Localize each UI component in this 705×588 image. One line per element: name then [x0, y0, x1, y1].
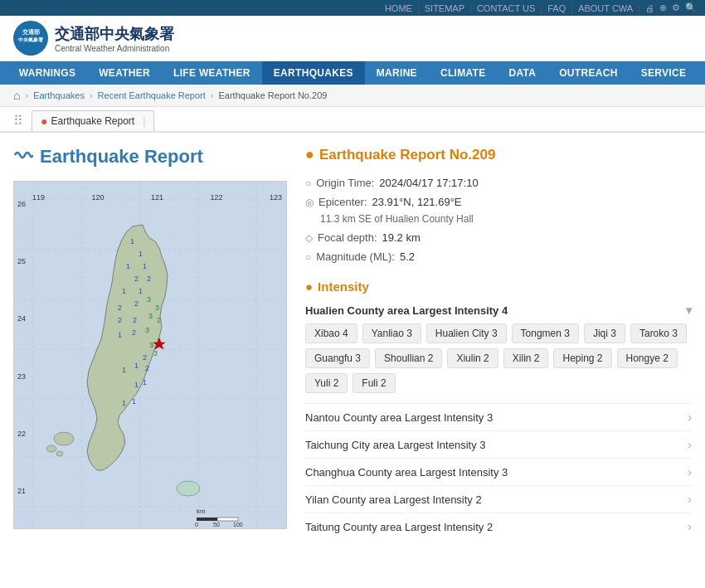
- nav-warnings[interactable]: WARNINGS: [7, 61, 87, 85]
- intensity-area-5[interactable]: Taitung County area Largest Intensity 2 …: [305, 513, 692, 540]
- nav-outreach[interactable]: OUTREACH: [547, 61, 629, 85]
- tag-taroko: Taroko 3: [630, 323, 687, 343]
- svg-text:1: 1: [134, 381, 139, 389]
- svg-text:3: 3: [148, 312, 153, 320]
- intensity-area-3[interactable]: Changhua County area Largest Intensity 3…: [305, 458, 692, 485]
- share-icon[interactable]: ⊕: [659, 2, 667, 13]
- breadcrumb-recent[interactable]: Recent Earthquake Report: [98, 90, 206, 100]
- svg-text:2: 2: [134, 275, 139, 283]
- nav-life-weather[interactable]: LIFE WEATHER: [162, 61, 262, 85]
- focal-depth-row: ◇ Focal depth: 19.2 km: [305, 231, 692, 244]
- focal-value: 19.2 km: [382, 231, 421, 244]
- svg-text:2: 2: [147, 275, 151, 283]
- page-title-area: Earthquake Report: [13, 146, 285, 168]
- lat-25: 25: [17, 257, 26, 265]
- svg-text:0: 0: [195, 522, 198, 527]
- intensity-area-2[interactable]: Taichung City area Largest Intensity 3 ›: [305, 430, 692, 458]
- wave-icon: [13, 147, 33, 168]
- print-icon[interactable]: 🖨: [645, 3, 654, 13]
- lat-22: 22: [17, 430, 26, 438]
- intensity-area-0-title[interactable]: Hualien County area Largest Intensity 4 …: [305, 304, 692, 317]
- logo-icon: 交通部 中央氣象署: [13, 21, 48, 56]
- nav-climate[interactable]: CLIMATE: [429, 61, 498, 85]
- lon-119: 119: [32, 193, 45, 202]
- tab-drag-handle[interactable]: ⠿: [13, 113, 23, 129]
- chevron-right-icon-5: ›: [688, 520, 692, 533]
- tag-jiqi: Jiqi 3: [584, 323, 625, 343]
- breadcrumb-earthquakes[interactable]: Earthquakes: [33, 90, 85, 100]
- top-bar: HOME | SITEMAP | CONTACT US | FAQ | ABOU…: [0, 0, 705, 16]
- svg-point-16: [54, 432, 74, 445]
- svg-text:1: 1: [122, 366, 126, 374]
- faq-link[interactable]: FAQ: [547, 3, 566, 13]
- clock-icon: ○: [305, 177, 311, 189]
- svg-text:2: 2: [133, 316, 137, 324]
- svg-text:km: km: [197, 508, 206, 515]
- report-info: ○ Origin Time: 2024/04/17 17:17:10 ◎ Epi…: [305, 177, 692, 263]
- report-title-text: Earthquake Report No.209: [319, 147, 496, 163]
- home-breadcrumb-icon[interactable]: ⌂: [13, 89, 20, 102]
- svg-text:3: 3: [149, 341, 153, 349]
- svg-text:1: 1: [118, 331, 122, 339]
- svg-text:1: 1: [143, 378, 147, 386]
- logo-area: 交通部 中央氣象署 交通部中央氣象署 Central Weather Admin…: [13, 21, 179, 56]
- svg-text:交通部: 交通部: [22, 28, 40, 36]
- intensity-dot: ●: [305, 279, 313, 294]
- sitemap-link[interactable]: SITEMAP: [425, 3, 464, 13]
- tag-yanliao: Yanliao 3: [362, 323, 421, 343]
- focal-label: Focal depth:: [318, 231, 377, 244]
- svg-text:1: 1: [139, 287, 143, 295]
- depth-icon: ◇: [305, 232, 313, 244]
- svg-text:2: 2: [157, 316, 161, 324]
- chevron-right-icon-3: ›: [688, 465, 692, 479]
- intensity-area-1-name: Nantou County area Largest Intensity 3: [305, 411, 493, 424]
- svg-rect-53: [217, 518, 238, 521]
- origin-time-row: ○ Origin Time: 2024/04/17 17:17:10: [305, 177, 692, 189]
- svg-text:2: 2: [118, 304, 122, 312]
- breadcrumb-sep3: ›: [211, 90, 214, 100]
- intensity-area-3-name: Changhua County area Largest Intensity 3: [305, 466, 508, 479]
- intensity-area-5-name: Taitung County area Largest Intensity 2: [305, 521, 493, 533]
- about-link[interactable]: ABOUT CWA: [578, 3, 633, 13]
- intensity-area-1[interactable]: Nantou County area Largest Intensity 3 ›: [305, 403, 692, 430]
- tab-earthquake-report[interactable]: ● Earthquake Report |: [32, 110, 154, 131]
- header: 交通部 中央氣象署 交通部中央氣象署 Central Weather Admin…: [0, 16, 705, 61]
- sep3: |: [540, 3, 542, 13]
- svg-text:2: 2: [118, 316, 122, 324]
- intensity-area-2-name: Taichung City area Largest Intensity 3: [305, 439, 486, 451]
- svg-text:1: 1: [139, 250, 143, 258]
- nav-service[interactable]: SERVICE: [630, 61, 698, 85]
- search-icon[interactable]: 🔍: [685, 2, 697, 13]
- origin-time-label: Origin Time:: [316, 177, 374, 189]
- tab-bar: ⠿ ● Earthquake Report |: [0, 107, 705, 133]
- location-icon: ◎: [305, 197, 314, 208]
- logo-main-text: 交通部中央氣象署: [55, 24, 174, 44]
- tag-shoullian: Shoullian 2: [375, 348, 442, 368]
- nav-data[interactable]: DATA: [497, 61, 547, 85]
- intensity-area-4[interactable]: Yilan County area Largest Intensity 2 ›: [305, 485, 692, 513]
- magnitude-value: 5.2: [400, 250, 415, 263]
- nav-weather[interactable]: WEATHER: [87, 61, 162, 85]
- svg-text:1: 1: [122, 287, 126, 295]
- settings-icon[interactable]: ⚙: [672, 2, 680, 13]
- logo-text: 交通部中央氣象署 Central Weather Administration: [55, 24, 174, 53]
- svg-text:3: 3: [153, 349, 158, 357]
- svg-text:1: 1: [126, 262, 130, 270]
- tag-guangfu: Guangfu 3: [305, 348, 370, 368]
- home-link[interactable]: HOME: [385, 3, 412, 13]
- tag-tongmen: Tongmen 3: [512, 323, 579, 343]
- contact-link[interactable]: CONTACT US: [477, 3, 536, 13]
- right-panel: ● Earthquake Report No.209 ○ Origin Time…: [299, 133, 705, 553]
- svg-point-17: [46, 445, 56, 452]
- lon-121: 121: [151, 193, 163, 202]
- nav-marine[interactable]: MARINE: [365, 61, 429, 85]
- svg-text:3: 3: [147, 295, 151, 304]
- lat-26: 26: [17, 200, 26, 208]
- svg-text:2: 2: [132, 328, 136, 337]
- svg-text:1: 1: [122, 399, 126, 407]
- earthquake-map: 119 120 121 122 123 26 25 24 23 22 21: [13, 181, 287, 529]
- epicenter-value: 23.91°N, 121.69°E: [372, 196, 462, 208]
- nav-earthquakes[interactable]: EARTHQUAKES: [262, 61, 365, 85]
- tag-xilin: Xilin 2: [503, 348, 549, 368]
- chevron-right-icon-1: ›: [688, 411, 692, 424]
